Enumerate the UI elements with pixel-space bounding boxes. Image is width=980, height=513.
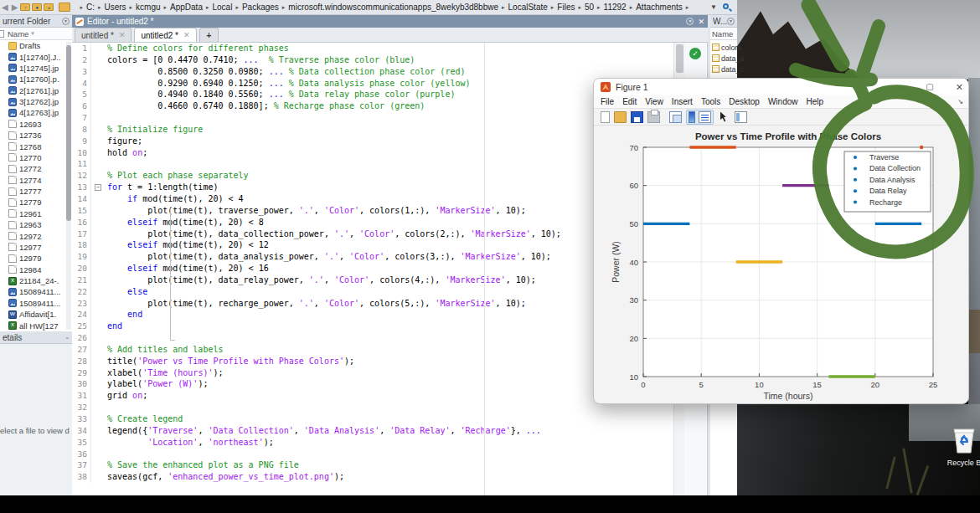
- breadcrumb-segment[interactable]: Packages: [242, 3, 279, 12]
- insert-colorbar-icon[interactable]: [689, 111, 695, 123]
- file-row[interactable]: 3[12762].jp: [0, 96, 72, 107]
- minimize-button[interactable]: –: [899, 79, 904, 95]
- dock-arrow-icon[interactable]: ↘: [957, 98, 963, 105]
- breadcrumb-segment[interactable]: Attachments: [636, 3, 683, 12]
- figure-titlebar[interactable]: Figure 1 – ▢ ✕: [594, 79, 969, 95]
- code-line[interactable]: 35 'Location', 'northeast');: [72, 437, 706, 449]
- menu-window[interactable]: Window: [768, 97, 798, 106]
- open-file-icon[interactable]: [614, 111, 627, 123]
- file-row[interactable]: 12772: [0, 163, 72, 174]
- file-row[interactable]: 2[12761].jp: [0, 85, 72, 96]
- editor-tab[interactable]: untitled2 *✕: [134, 28, 196, 42]
- menu-insert[interactable]: Insert: [672, 97, 693, 106]
- file-row[interactable]: 12984: [0, 264, 72, 275]
- file-row[interactable]: 12963: [0, 219, 72, 230]
- file-row[interactable]: 12768: [0, 141, 72, 151]
- recycle-bin[interactable]: Recycle B: [945, 428, 980, 474]
- back-arrow-icon[interactable]: ◀: [2, 3, 8, 12]
- name-column-header[interactable]: Name ▾: [0, 28, 72, 40]
- menu-view[interactable]: View: [645, 97, 663, 106]
- folder-cloud-icon[interactable]: ●: [32, 3, 42, 11]
- edit-plot-cursor-icon[interactable]: [718, 111, 730, 123]
- new-tab-button[interactable]: +: [199, 28, 219, 42]
- file-row[interactable]: 12979: [0, 253, 72, 264]
- file-row[interactable]: 12777: [0, 186, 72, 197]
- scrollbar-thumb[interactable]: [66, 45, 71, 221]
- copy-figure-icon[interactable]: [669, 111, 682, 123]
- menu-file[interactable]: File: [601, 97, 614, 106]
- search-icon[interactable]: [722, 3, 732, 13]
- code-line[interactable]: 2colors = [0 0.4470 0.7410; ... % Traver…: [72, 54, 706, 66]
- file-row[interactable]: 12736: [0, 130, 72, 141]
- menu-help[interactable]: Help: [807, 97, 824, 106]
- file-row[interactable]: 1[12740].J..: [0, 51, 72, 62]
- folder-search-icon[interactable]: »: [44, 3, 54, 11]
- breadcrumb-caret-icon[interactable]: ▼: [710, 3, 717, 11]
- file-row[interactable]: 15089411...: [0, 298, 72, 309]
- file-row[interactable]: 1[12760].p.: [0, 74, 72, 85]
- file-row[interactable]: 12693: [0, 119, 72, 130]
- panel-menu-icon[interactable]: ▼: [727, 18, 735, 25]
- menu-edit[interactable]: Edit: [622, 97, 637, 106]
- file-row[interactable]: Affidavit[1.: [0, 309, 72, 320]
- breadcrumb-segment[interactable]: kcmgu: [136, 3, 160, 12]
- editor-tab[interactable]: untitled *✕: [75, 28, 132, 42]
- menu-tools[interactable]: Tools: [701, 97, 720, 106]
- code-line[interactable]: 33% Create legend: [72, 413, 706, 425]
- breadcrumb-segment[interactable]: Local: [212, 3, 232, 12]
- code-line[interactable]: 36: [72, 449, 706, 460]
- property-inspector-icon[interactable]: [735, 111, 747, 123]
- forward-arrow-icon[interactable]: ▶: [12, 3, 18, 12]
- new-figure-icon[interactable]: [601, 111, 610, 123]
- breadcrumb-segment[interactable]: C:: [86, 3, 95, 12]
- tab-close-icon[interactable]: ✕: [119, 31, 126, 39]
- menu-desktop[interactable]: Desktop: [729, 97, 760, 106]
- insert-legend-icon[interactable]: [699, 111, 711, 123]
- editor-menu-icon[interactable]: ▼: [686, 18, 694, 25]
- file-row[interactable]: 12770: [0, 152, 72, 163]
- folder-up-icon[interactable]: ↑: [20, 3, 30, 11]
- breadcrumb-segment[interactable]: 11292: [604, 3, 627, 12]
- code-line[interactable]: 3 0.8500 0.3250 0.0980; ... % Data colle…: [72, 66, 706, 78]
- file-row[interactable]: 1[12745].jp: [0, 63, 72, 74]
- save-figure-icon[interactable]: [631, 111, 643, 123]
- details-header[interactable]: etails ⌄: [0, 331, 72, 344]
- file-row[interactable]: 15089411...: [0, 286, 72, 297]
- file-row[interactable]: all HW[127: [0, 320, 72, 331]
- code-line[interactable]: 38saveas(gcf, 'enhanced_power_vs_time_pl…: [72, 471, 706, 483]
- file-row[interactable]: 12972: [0, 230, 72, 241]
- fold-toggle-icon[interactable]: −: [95, 184, 101, 191]
- tab-close-icon[interactable]: ✕: [183, 31, 190, 39]
- file-row[interactable]: 21184_24-.: [0, 275, 72, 286]
- editor-close-icon[interactable]: ✕: [698, 18, 704, 26]
- breadcrumb-segment[interactable]: microsoft.windowscommunicationapps_8weky…: [288, 3, 498, 12]
- current-folder-icon[interactable]: [59, 3, 70, 12]
- file-row[interactable]: Drafts: [0, 40, 72, 51]
- workspace-variable[interactable]: data_a: [710, 53, 737, 64]
- panel-menu-icon[interactable]: ▼: [62, 18, 70, 25]
- file-row[interactable]: 4[12763].jp: [0, 107, 72, 118]
- code-line[interactable]: 1% Define colors for different phases: [72, 43, 706, 54]
- maximize-button[interactable]: ▢: [926, 79, 933, 95]
- file-row[interactable]: 12774: [0, 175, 72, 186]
- file-list-scrollbar[interactable]: [66, 42, 71, 330]
- file-row[interactable]: 12779: [0, 197, 72, 208]
- breadcrumb-segment[interactable]: LocalState: [508, 3, 548, 12]
- code-line[interactable]: 37% Save the enhanced plot as a PNG file: [72, 459, 706, 471]
- workspace-variable[interactable]: colors: [710, 42, 737, 53]
- analyzer-ok-icon[interactable]: ✓: [689, 48, 701, 59]
- code-line[interactable]: 34legend({'Traverse', 'Data Collection',…: [72, 425, 706, 437]
- file-row[interactable]: 12977: [0, 242, 72, 253]
- print-icon[interactable]: [647, 111, 660, 123]
- workspace-name-header[interactable]: Name: [710, 28, 737, 40]
- breadcrumb-segment[interactable]: Files: [557, 3, 575, 12]
- close-button[interactable]: ✕: [956, 79, 963, 95]
- scrollbar-thumb[interactable]: [676, 44, 683, 73]
- workspace-variable[interactable]: data_c: [710, 64, 737, 74]
- breadcrumb-segment[interactable]: Users: [104, 3, 126, 12]
- editor-titlebar[interactable]: Editor - untitled2 * ▼ ✕: [72, 15, 708, 28]
- breadcrumb-segment[interactable]: 50: [585, 3, 594, 12]
- file-row[interactable]: 12961: [0, 208, 72, 219]
- plot-legend[interactable]: TraverseData CollectionData AnalysisData…: [844, 151, 931, 212]
- breadcrumb-segment[interactable]: AppData: [170, 3, 203, 12]
